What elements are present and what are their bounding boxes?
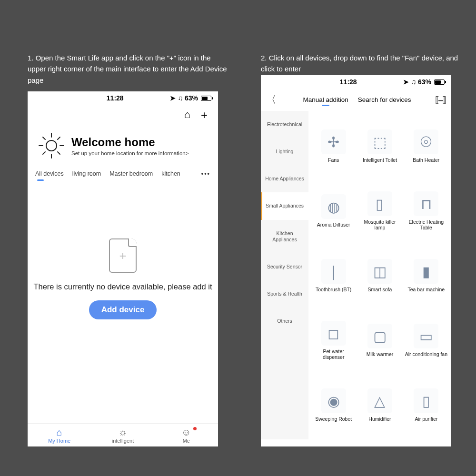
- phone-screen-add-device: 11:28 ➤ ♫ 63% 〈 Manual addition Search f…: [261, 75, 451, 446]
- welcome-subtitle[interactable]: Set up your home location for more infor…: [71, 150, 188, 156]
- device-fans[interactable]: ✢Fans: [310, 114, 357, 178]
- device-label: Tea bar machine: [408, 287, 445, 292]
- user-icon: ☺: [181, 427, 191, 437]
- phone-screen-home: 11:28 ➤ ♫ 63% ⌂ + Welcome home Set up yo…: [28, 91, 218, 446]
- device-electric-heating-table[interactable]: ⊓Electric Heating Table: [403, 178, 449, 243]
- device-icon: ▭: [414, 324, 438, 348]
- notification-dot: [193, 427, 197, 430]
- category-kitchen-appliances[interactable]: Kitchen Appliances: [261, 220, 308, 253]
- svg-line-5: [58, 152, 60, 154]
- battery-percent: 63%: [418, 78, 431, 86]
- device-icon: ◻: [321, 321, 346, 346]
- device-icon: ⊓: [414, 191, 438, 216]
- instruction-step-2: 2. Click on all devices, drop down to fi…: [261, 52, 461, 75]
- device-milk-warmer[interactable]: ▢Milk warmer: [357, 308, 403, 373]
- device-icon: ❘: [321, 259, 346, 284]
- battery-percent: 63%: [185, 94, 198, 102]
- category-electrotechnical[interactable]: Electrotechnical: [261, 111, 308, 138]
- device-label: Sweeping Robot: [315, 416, 352, 422]
- device-label: Electric Heating Table: [405, 219, 447, 230]
- welcome-title: Welcome home: [71, 136, 188, 149]
- svg-line-7: [58, 137, 60, 139]
- device-icon: ⦾: [414, 129, 438, 154]
- status-time: 11:28: [60, 94, 170, 102]
- device-label: Air purifier: [415, 416, 437, 422]
- tab-my-home[interactable]: ⌂ My Home: [28, 427, 91, 444]
- device-pet-water-dispenser[interactable]: ◻Pet water dispenser: [310, 308, 357, 373]
- battery-icon: [201, 96, 211, 101]
- device-label: Aroma Diffuser: [317, 222, 350, 228]
- device-icon: ▢: [367, 324, 392, 348]
- bottom-tab-bar: ⌂ My Home ☼ intelligent ☺ Me: [28, 423, 218, 446]
- device-icon: ◉: [321, 388, 346, 413]
- device-label: Mosquito killer lamp: [358, 219, 401, 230]
- room-tab-all[interactable]: All devices: [35, 170, 64, 177]
- room-tab-master[interactable]: Master bedroom: [109, 170, 153, 177]
- tab-me[interactable]: ☺ Me: [155, 427, 218, 444]
- device-label: Bath Heater: [413, 157, 439, 163]
- add-device-top-tabs: 〈 Manual addition Search for devices ⟦–⟧: [261, 89, 451, 111]
- category-security-sensor[interactable]: Security Sensor: [261, 253, 308, 280]
- device-mosquito-killer-lamp[interactable]: ▯Mosquito killer lamp: [357, 178, 403, 243]
- device-icon: ▯: [414, 388, 438, 413]
- headphones-icon: ♫: [411, 78, 416, 86]
- room-tab-more[interactable]: •••: [201, 170, 210, 177]
- weather-sun-icon: [38, 132, 65, 159]
- svg-line-4: [43, 137, 45, 139]
- category-home-appliances[interactable]: Home Appliances: [261, 165, 308, 192]
- device-sweeping-robot[interactable]: ◉Sweeping Robot: [310, 373, 357, 437]
- scan-icon[interactable]: ⟦–⟧: [435, 95, 446, 105]
- device-label: Milk warmer: [367, 351, 394, 357]
- bulb-icon: ☼: [119, 427, 127, 437]
- status-bar: 11:28 ➤ ♫ 63%: [261, 75, 451, 89]
- device-icon: ✢: [321, 129, 346, 154]
- room-tabs: All devices living room Master bedroom k…: [28, 168, 218, 179]
- device-humidifier[interactable]: △Humidifier: [357, 373, 403, 437]
- tab-manual-addition[interactable]: Manual addition: [300, 96, 351, 103]
- location-icon: ➤: [403, 78, 409, 86]
- back-button[interactable]: 〈: [267, 93, 279, 106]
- welcome-header: Welcome home Set up your home location f…: [28, 124, 218, 168]
- category-lighting[interactable]: Lighting: [261, 138, 308, 165]
- device-air-purifier[interactable]: ▯Air purifier: [403, 373, 449, 437]
- device-toothbrush-bt-[interactable]: ❘Toothbrush (BT): [310, 243, 357, 308]
- tab-search-devices[interactable]: Search for devices: [355, 96, 414, 103]
- room-tab-kitchen[interactable]: kitchen: [161, 170, 180, 177]
- device-label: Fans: [328, 157, 339, 163]
- svg-line-6: [43, 152, 45, 154]
- device-label: Humidifier: [368, 416, 391, 422]
- mic-icon[interactable]: ⌂: [184, 109, 190, 121]
- add-device-button[interactable]: Add device: [89, 300, 157, 319]
- device-icon: ▮: [414, 259, 438, 284]
- tab-intelligent[interactable]: ☼ intelligent: [91, 427, 154, 444]
- device-label: Pet water dispenser: [312, 348, 355, 360]
- category-small-appliances[interactable]: Small Appliances: [261, 192, 308, 219]
- headphones-icon: ♫: [178, 94, 183, 102]
- home-icon: ⌂: [57, 427, 62, 437]
- device-icon: ◍: [321, 194, 346, 219]
- device-aroma-diffuser[interactable]: ◍Aroma Diffuser: [310, 178, 357, 243]
- device-tea-bar-machine[interactable]: ▮Tea bar machine: [403, 243, 449, 308]
- room-tab-living[interactable]: living room: [72, 170, 101, 177]
- category-sports-health[interactable]: Sports & Health: [261, 280, 308, 307]
- device-label: Intelligent Toilet: [363, 157, 397, 163]
- device-air-conditioning-fan[interactable]: ▭Air conditioning fan: [403, 308, 449, 373]
- empty-state: There is currently no device available, …: [28, 179, 218, 379]
- status-time: 11:28: [293, 78, 403, 86]
- status-bar: 11:28 ➤ ♫ 63%: [28, 91, 218, 105]
- device-smart-sofa[interactable]: ◫Smart sofa: [357, 243, 403, 308]
- device-label: Toothbrush (BT): [316, 287, 351, 292]
- location-icon: ➤: [170, 94, 176, 102]
- add-plus-button[interactable]: +: [201, 109, 208, 121]
- device-icon: ▯: [367, 191, 392, 216]
- device-bath-heater[interactable]: ⦾Bath Heater: [403, 114, 449, 178]
- empty-doc-icon: [109, 238, 137, 273]
- device-icon: △: [367, 388, 392, 413]
- device-label: Air conditioning fan: [405, 351, 447, 357]
- device-icon: ⬚: [367, 129, 392, 154]
- empty-text: There is currently no device available, …: [33, 281, 212, 292]
- device-grid: ✢Fans⬚Intelligent Toilet⦾Bath Heater◍Aro…: [308, 111, 451, 439]
- device-label: Smart sofa: [368, 287, 392, 292]
- device-intelligent-toilet[interactable]: ⬚Intelligent Toilet: [357, 114, 403, 178]
- category-others[interactable]: Others: [261, 307, 308, 335]
